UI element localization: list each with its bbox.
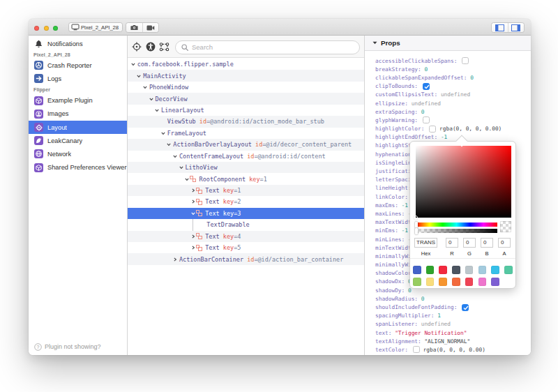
element-name: ViewStub xyxy=(167,118,196,125)
chevron-down-icon[interactable] xyxy=(172,154,178,158)
target-mode-button[interactable] xyxy=(130,40,142,52)
chevron-right-icon[interactable] xyxy=(172,257,178,262)
preset-swatch[interactable] xyxy=(426,278,435,286)
alpha-slider[interactable] xyxy=(416,229,497,233)
preset-swatch[interactable] xyxy=(491,278,499,286)
chevron-down-icon[interactable] xyxy=(184,177,190,181)
screenshot-button[interactable] xyxy=(126,23,142,32)
chevron-down-icon[interactable] xyxy=(190,211,196,216)
tree-row-textdrawable[interactable]: TextDrawable xyxy=(128,219,364,230)
close-button[interactable] xyxy=(34,26,39,31)
color-swatch-box[interactable] xyxy=(413,346,420,353)
chevron-down-icon[interactable] xyxy=(179,165,184,169)
preset-swatch[interactable] xyxy=(452,278,460,286)
a-input[interactable]: 0 xyxy=(498,238,511,248)
preset-swatch[interactable] xyxy=(413,278,421,286)
tree-row-contentframelayout[interactable]: ContentFrameLayout id=@android:id/conten… xyxy=(128,151,364,162)
tree-row-mainactivity[interactable]: MainActivity xyxy=(128,70,364,81)
color-swatch-box[interactable] xyxy=(429,126,436,133)
tree-row-viewstub[interactable]: ViewStub id=@android:id/action_mode_bar_… xyxy=(128,116,364,127)
preset-swatch[interactable] xyxy=(465,278,474,286)
prop-value[interactable]: 0 xyxy=(421,109,425,115)
chevron-right-icon[interactable] xyxy=(190,234,196,239)
prop-value[interactable]: -1 xyxy=(441,134,447,140)
sidebar-item-notifications[interactable]: Notifications xyxy=(29,37,127,50)
preset-swatch[interactable] xyxy=(478,278,487,286)
plugin-help-link[interactable]: ? Plugin not showing? xyxy=(34,342,101,352)
chevron-right-icon[interactable] xyxy=(190,188,196,193)
prop-value[interactable]: 0 xyxy=(421,296,425,302)
sidebar-item-leakcanary[interactable]: LeakCanary xyxy=(29,134,127,147)
r-input[interactable]: 0 xyxy=(446,238,458,248)
tree-row-com-facebook-flipper-sample[interactable]: com.facebook.flipper.sample xyxy=(128,59,364,70)
preset-swatch[interactable] xyxy=(439,266,447,274)
select-region-button[interactable] xyxy=(158,40,170,52)
tree-row-lithoview[interactable]: LithoView xyxy=(128,162,364,173)
hue-slider[interactable] xyxy=(416,223,497,227)
zoom-button[interactable] xyxy=(53,26,58,31)
preset-swatch[interactable] xyxy=(439,278,447,286)
saturation-marker[interactable] xyxy=(414,216,418,220)
preset-swatch[interactable] xyxy=(426,266,435,274)
preset-swatch[interactable] xyxy=(504,266,513,274)
chevron-down-icon[interactable] xyxy=(154,108,160,112)
video-button[interactable] xyxy=(142,23,158,32)
checkbox-unchecked[interactable] xyxy=(462,57,469,64)
chevron-right-icon[interactable] xyxy=(190,199,196,204)
hex-input[interactable]: TRANS xyxy=(414,238,437,248)
device-selector[interactable]: Pixel_2_API_28 xyxy=(68,22,123,32)
sidebar-item-network[interactable]: Network xyxy=(29,147,127,160)
accessibility-mode-button[interactable] xyxy=(144,40,156,52)
saturation-area[interactable] xyxy=(416,146,511,218)
chevron-down-icon[interactable] xyxy=(142,85,148,89)
checkbox-unchecked[interactable] xyxy=(423,116,430,123)
tree-row-rootcomponent[interactable]: RootComponent key=1 xyxy=(128,173,364,184)
hue-marker[interactable] xyxy=(415,222,418,228)
tree-row-text[interactable]: Text key=3 xyxy=(128,208,364,219)
prop-value[interactable]: 0 xyxy=(470,75,474,81)
g-input[interactable]: 0 xyxy=(463,238,476,248)
props-header[interactable]: Props xyxy=(365,36,531,51)
preset-swatch[interactable] xyxy=(491,266,499,274)
chevron-right-icon[interactable] xyxy=(190,246,196,250)
tree-row-text[interactable]: Text key=5 xyxy=(128,242,364,253)
sidebar-item-images[interactable]: Images xyxy=(29,107,127,121)
tree-row-phonewindow[interactable]: PhoneWindow xyxy=(128,82,364,93)
chevron-down-icon[interactable] xyxy=(160,131,166,135)
tree-row-decorview[interactable]: DecorView xyxy=(128,93,364,104)
prop-value[interactable]: "Trigger Notification" xyxy=(395,330,467,336)
alpha-marker[interactable] xyxy=(415,228,418,234)
prop-value[interactable]: -1 xyxy=(402,202,408,209)
preset-swatch[interactable] xyxy=(465,266,474,274)
sidebar-item-example-plugin[interactable]: Example Plugin xyxy=(29,94,127,107)
preset-swatch[interactable] xyxy=(452,266,460,274)
tree-row-actionbarcontainer[interactable]: ActionBarContainer id=@id/action_bar_con… xyxy=(128,253,364,264)
checkbox-checked[interactable] xyxy=(423,83,430,90)
tree-row-framelayout[interactable]: FrameLayout xyxy=(128,128,364,139)
sidebar-item-layout[interactable]: Layout xyxy=(29,121,127,134)
prop-value[interactable]: 1 xyxy=(437,312,441,319)
prop-value[interactable]: -1 xyxy=(402,227,408,234)
chevron-down-icon[interactable] xyxy=(149,97,154,101)
sidebar-item-shared-preferences-viewer[interactable]: Shared Preferences Viewer xyxy=(29,161,127,174)
prop-value[interactable]: 0 xyxy=(424,66,428,73)
tree-row-text[interactable]: Text key=4 xyxy=(128,231,364,242)
tree-row-text[interactable]: Text key=2 xyxy=(128,196,364,207)
minimize-button[interactable] xyxy=(44,26,49,31)
sidebar-item-logs[interactable]: Logs xyxy=(29,72,127,85)
toggle-left-pane-button[interactable] xyxy=(492,23,508,32)
sidebar-item-crash-reporter[interactable]: Crash Reporter xyxy=(29,59,127,72)
toggle-right-pane-button[interactable] xyxy=(508,23,524,32)
chevron-down-icon[interactable] xyxy=(130,62,136,66)
search-icon xyxy=(181,44,188,51)
tree-row-text[interactable]: Text key=1 xyxy=(128,185,364,196)
search-input[interactable]: Search xyxy=(175,40,360,54)
b-input[interactable]: 0 xyxy=(481,238,493,248)
tree-row-linearlayout[interactable]: LinearLayout xyxy=(128,105,364,116)
preset-swatch[interactable] xyxy=(478,266,487,274)
checkbox-checked[interactable] xyxy=(462,304,469,311)
chevron-down-icon[interactable] xyxy=(166,142,172,146)
tree-row-actionbaroverlaylayout[interactable]: ActionBarOverlayLayout id=@id/decor_cont… xyxy=(128,139,364,150)
chevron-down-icon[interactable] xyxy=(136,74,142,78)
preset-swatch[interactable] xyxy=(413,266,421,274)
